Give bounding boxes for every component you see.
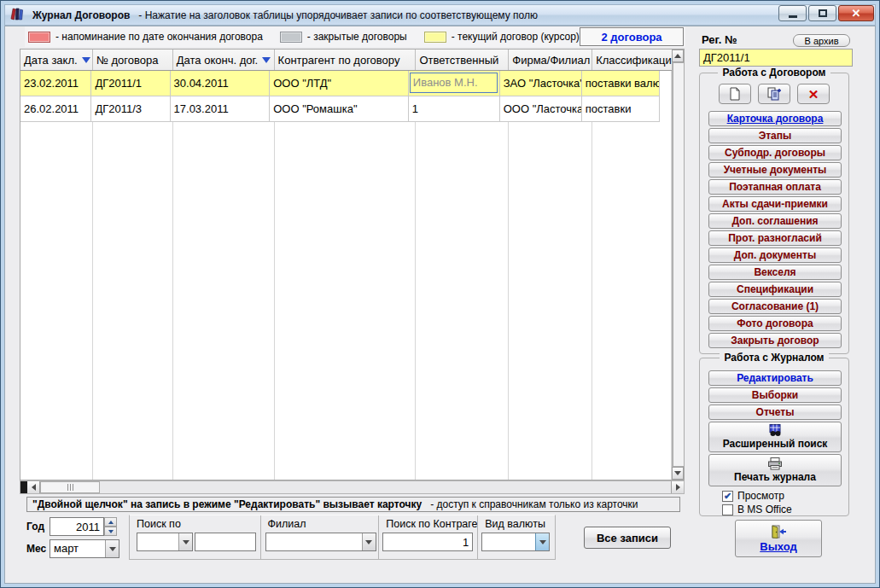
vertical-scroll-thumb[interactable]: [673, 62, 685, 467]
journal-group-title: Работа с Журналом: [720, 352, 830, 364]
search-by-select[interactable]: [137, 533, 193, 551]
year-label: Год: [26, 521, 44, 533]
acceptance-acts-button[interactable]: Акты сдачи-приемки: [708, 196, 842, 212]
year-spinner[interactable]: [50, 517, 117, 536]
close-icon: ✕: [852, 7, 861, 20]
scroll-right-button[interactable]: [671, 481, 684, 493]
promissory-notes-button[interactable]: Векселя: [708, 265, 842, 280]
binoculars-icon: [767, 424, 783, 437]
month-value: март: [50, 540, 105, 557]
currency-label: Вид валюты: [478, 518, 555, 530]
advanced-search-button[interactable]: Расширенный поиск: [708, 422, 842, 452]
legend-label-closed: - закрытые договоры: [307, 31, 407, 43]
maximize-button[interactable]: [808, 5, 836, 21]
vertical-scrollbar[interactable]: [672, 49, 684, 480]
minimize-button[interactable]: [778, 5, 807, 21]
printer-icon: [767, 457, 783, 470]
column-header-classification[interactable]: Классификаци: [592, 49, 672, 70]
msoffice-checkbox-label: В MS Office: [737, 504, 792, 515]
exit-label: Выход: [760, 540, 796, 553]
selections-button[interactable]: Выборки: [708, 387, 842, 403]
currency-section: Вид валюты: [477, 515, 555, 559]
print-journal-button[interactable]: Печать журнала: [708, 454, 842, 486]
search-by-dropdown-button[interactable]: [178, 533, 192, 550]
sort-down-icon: [262, 57, 271, 63]
legend-label-reminder: - напоминание по дате окончания договора: [55, 31, 263, 43]
contract-group: Работа с Договором ✕: [699, 73, 849, 354]
currency-dropdown-button[interactable]: [535, 533, 549, 550]
arrow-right-icon: [676, 484, 680, 491]
column-header-firm[interactable]: Фирма/Филиал: [509, 49, 592, 70]
preview-checkbox-row[interactable]: ✔ Просмотр: [722, 490, 784, 502]
scroll-left-button[interactable]: [27, 481, 40, 493]
close-button[interactable]: ✕: [838, 5, 874, 21]
new-document-icon: [729, 87, 741, 101]
subcontracts-button[interactable]: Субподр. договоры: [708, 145, 842, 160]
column-header-contract-no[interactable]: № договора: [93, 49, 173, 70]
staged-payment-button[interactable]: Поэтапная оплата: [708, 179, 842, 195]
reports-button[interactable]: Отчеты: [708, 405, 842, 420]
addendums-button[interactable]: Доп. соглашения: [708, 213, 842, 229]
contract-photo-button[interactable]: Фото договора: [708, 316, 842, 331]
scroll-down-button[interactable]: [672, 467, 684, 480]
reg-number-field[interactable]: ДГ2011/1: [699, 49, 853, 67]
hint-bar: "Двойной щелчок" на запись в режиме "Ред…: [26, 497, 680, 512]
contract-card-button[interactable]: Карточка договора: [708, 111, 842, 126]
month-select[interactable]: март: [50, 539, 119, 558]
new-contract-button[interactable]: [719, 84, 751, 104]
table-header: Дата закл. № договора Дата оконч. дог. К…: [20, 49, 672, 71]
legend: - напоминание по дате окончания договора…: [28, 29, 592, 44]
scroll-up-button[interactable]: [672, 49, 684, 62]
year-up-button[interactable]: [104, 517, 117, 527]
column-header-contractor[interactable]: Контрагент по договору: [275, 49, 417, 70]
legend-swatch-closed: [280, 32, 302, 43]
all-records-button[interactable]: Все записи: [584, 527, 671, 549]
window-title-hint: - Нажатие на заголовок таблицы упорядочи…: [138, 9, 538, 21]
currency-select[interactable]: [481, 533, 550, 551]
branch-dropdown-button[interactable]: [362, 533, 376, 550]
chevron-down-icon: [183, 540, 189, 544]
delete-icon: ✕: [808, 88, 819, 101]
hint-rest-text: - доступ к справочникам только из карточ…: [430, 498, 638, 510]
archive-button[interactable]: В архив: [793, 34, 850, 47]
delete-contract-button[interactable]: ✕: [797, 84, 830, 104]
spin-down-icon: [108, 530, 114, 533]
search-by-input[interactable]: [195, 533, 256, 551]
minimize-icon: [789, 15, 797, 18]
stages-button[interactable]: Этапы: [708, 128, 842, 143]
specifications-button[interactable]: Спецификации: [708, 282, 842, 297]
accounting-docs-button[interactable]: Учетные документы: [708, 162, 842, 178]
horizontal-scroll-thumb[interactable]: [40, 481, 100, 493]
horizontal-scrollbar[interactable]: [20, 480, 685, 494]
window-title: Журнал Договоров: [32, 9, 130, 21]
month-dropdown-button[interactable]: [105, 540, 119, 557]
chevron-down-icon: [539, 540, 546, 544]
arrow-left-icon: [32, 484, 36, 491]
exit-door-icon: [770, 525, 787, 539]
contractor-search-input[interactable]: [382, 533, 473, 551]
branch-label: Филиал: [261, 518, 379, 530]
year-input[interactable]: [50, 517, 104, 536]
scroll-track[interactable]: [100, 481, 671, 493]
branch-select[interactable]: [265, 533, 376, 551]
msoffice-checkbox-row[interactable]: В MS Office: [722, 504, 792, 515]
search-by-section: Поиск по: [130, 515, 260, 559]
disagreement-protocols-button[interactable]: Прот. разногласий: [708, 230, 842, 246]
month-label: Мес: [26, 543, 46, 555]
exit-button[interactable]: Выход: [735, 520, 822, 557]
edit-button[interactable]: Редактировать: [708, 370, 842, 386]
column-header-responsible[interactable]: Ответственный: [416, 49, 509, 70]
year-down-button[interactable]: [104, 527, 117, 536]
close-contract-button[interactable]: Закрыть договор: [708, 333, 842, 348]
column-header-date-end[interactable]: Дата оконч. дог.: [173, 49, 275, 70]
column-header-date-start[interactable]: Дата закл.: [20, 49, 93, 70]
additional-docs-button[interactable]: Доп. документы: [708, 247, 842, 263]
approval-button[interactable]: Согласование (1): [708, 299, 842, 314]
contractor-label: Поиск по Контрагенту: [379, 518, 477, 530]
msoffice-checkbox[interactable]: [722, 504, 733, 515]
preview-checkbox[interactable]: ✔: [722, 491, 733, 502]
contractor-section: Поиск по Контрагенту: [378, 515, 477, 559]
preview-checkbox-label: Просмотр: [737, 490, 784, 502]
copy-contract-button[interactable]: [758, 84, 790, 104]
title-bar[interactable]: Журнал Договоров - Нажатие на заголовок …: [4, 4, 876, 26]
